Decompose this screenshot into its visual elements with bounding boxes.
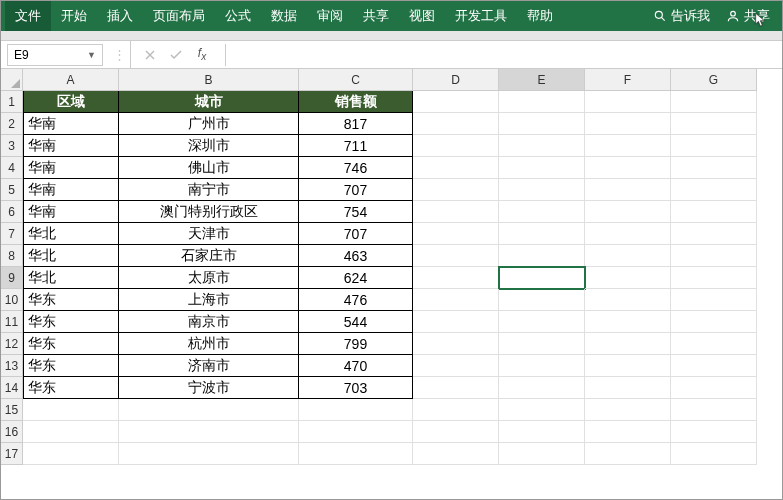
row-header-9[interactable]: 9 (1, 267, 23, 289)
row-header-1[interactable]: 1 (1, 91, 23, 113)
cell-C5[interactable]: 707 (299, 179, 413, 201)
cell-B15[interactable] (119, 399, 299, 421)
cell-F13[interactable] (585, 355, 671, 377)
cell-F6[interactable] (585, 201, 671, 223)
ribbon-tab-4[interactable]: 公式 (215, 1, 261, 31)
cell-C2[interactable]: 817 (299, 113, 413, 135)
row-header-17[interactable]: 17 (1, 443, 23, 465)
cell-F11[interactable] (585, 311, 671, 333)
cell-F5[interactable] (585, 179, 671, 201)
cell-E15[interactable] (499, 399, 585, 421)
cell-A9[interactable]: 华北 (23, 267, 119, 289)
cell-D1[interactable] (413, 91, 499, 113)
cell-C6[interactable]: 754 (299, 201, 413, 223)
cell-D8[interactable] (413, 245, 499, 267)
col-header-F[interactable]: F (585, 69, 671, 91)
cell-D15[interactable] (413, 399, 499, 421)
cell-F12[interactable] (585, 333, 671, 355)
cell-B11[interactable]: 南京市 (119, 311, 299, 333)
cell-B13[interactable]: 济南市 (119, 355, 299, 377)
cell-E17[interactable] (499, 443, 585, 465)
cell-F16[interactable] (585, 421, 671, 443)
row-header-14[interactable]: 14 (1, 377, 23, 399)
cell-F1[interactable] (585, 91, 671, 113)
cell-G15[interactable] (671, 399, 757, 421)
cell-D11[interactable] (413, 311, 499, 333)
cell-F9[interactable] (585, 267, 671, 289)
cell-A4[interactable]: 华南 (23, 157, 119, 179)
cell-F7[interactable] (585, 223, 671, 245)
cell-E8[interactable] (499, 245, 585, 267)
cell-F14[interactable] (585, 377, 671, 399)
cell-C12[interactable]: 799 (299, 333, 413, 355)
cell-D10[interactable] (413, 289, 499, 311)
cell-A16[interactable] (23, 421, 119, 443)
cell-D4[interactable] (413, 157, 499, 179)
cell-E9[interactable] (499, 267, 585, 289)
cancel-button[interactable] (137, 41, 163, 68)
cell-C16[interactable] (299, 421, 413, 443)
ribbon-tab-2[interactable]: 插入 (97, 1, 143, 31)
ribbon-tab-0[interactable]: 文件 (5, 1, 51, 31)
ribbon-tab-5[interactable]: 数据 (261, 1, 307, 31)
cell-E14[interactable] (499, 377, 585, 399)
row-header-5[interactable]: 5 (1, 179, 23, 201)
cell-D14[interactable] (413, 377, 499, 399)
cell-D5[interactable] (413, 179, 499, 201)
col-header-C[interactable]: C (299, 69, 413, 91)
cell-D12[interactable] (413, 333, 499, 355)
cell-D13[interactable] (413, 355, 499, 377)
cell-F15[interactable] (585, 399, 671, 421)
col-header-G[interactable]: G (671, 69, 757, 91)
cell-E10[interactable] (499, 289, 585, 311)
cell-E6[interactable] (499, 201, 585, 223)
row-header-13[interactable]: 13 (1, 355, 23, 377)
cell-A1[interactable]: 区域 (23, 91, 119, 113)
cell-A8[interactable]: 华北 (23, 245, 119, 267)
cell-F4[interactable] (585, 157, 671, 179)
cell-B16[interactable] (119, 421, 299, 443)
cell-C15[interactable] (299, 399, 413, 421)
cell-A11[interactable]: 华东 (23, 311, 119, 333)
cell-C1[interactable]: 销售额 (299, 91, 413, 113)
cell-D6[interactable] (413, 201, 499, 223)
cell-B9[interactable]: 太原市 (119, 267, 299, 289)
cell-C9[interactable]: 624 (299, 267, 413, 289)
ribbon-tab-7[interactable]: 共享 (353, 1, 399, 31)
cell-C14[interactable]: 703 (299, 377, 413, 399)
row-header-10[interactable]: 10 (1, 289, 23, 311)
col-header-A[interactable]: A (23, 69, 119, 91)
cell-A15[interactable] (23, 399, 119, 421)
enter-button[interactable] (163, 41, 189, 68)
select-all-corner[interactable] (1, 69, 23, 91)
cell-B7[interactable]: 天津市 (119, 223, 299, 245)
cell-A13[interactable]: 华东 (23, 355, 119, 377)
cell-B12[interactable]: 杭州市 (119, 333, 299, 355)
cell-C3[interactable]: 711 (299, 135, 413, 157)
row-header-12[interactable]: 12 (1, 333, 23, 355)
cell-C7[interactable]: 707 (299, 223, 413, 245)
cell-A6[interactable]: 华南 (23, 201, 119, 223)
cell-A7[interactable]: 华北 (23, 223, 119, 245)
cell-A3[interactable]: 华南 (23, 135, 119, 157)
cell-B2[interactable]: 广州市 (119, 113, 299, 135)
ribbon-tab-3[interactable]: 页面布局 (143, 1, 215, 31)
cell-D2[interactable] (413, 113, 499, 135)
cell-G5[interactable] (671, 179, 757, 201)
cell-E16[interactable] (499, 421, 585, 443)
cell-A5[interactable]: 华南 (23, 179, 119, 201)
cell-C17[interactable] (299, 443, 413, 465)
cell-B3[interactable]: 深圳市 (119, 135, 299, 157)
cell-G6[interactable] (671, 201, 757, 223)
row-header-2[interactable]: 2 (1, 113, 23, 135)
cell-G3[interactable] (671, 135, 757, 157)
cell-G14[interactable] (671, 377, 757, 399)
cell-B8[interactable]: 石家庄市 (119, 245, 299, 267)
cell-A17[interactable] (23, 443, 119, 465)
cell-F2[interactable] (585, 113, 671, 135)
formula-input[interactable] (225, 44, 782, 66)
cell-C10[interactable]: 476 (299, 289, 413, 311)
cell-D3[interactable] (413, 135, 499, 157)
cell-A12[interactable]: 华东 (23, 333, 119, 355)
cell-E4[interactable] (499, 157, 585, 179)
